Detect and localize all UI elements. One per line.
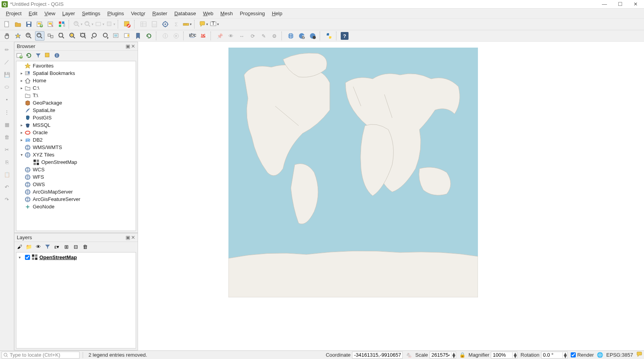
zoom-in-tool-button[interactable]: +	[24, 31, 34, 41]
expand-icon[interactable]: ▸	[19, 86, 24, 90]
collapse-all-icon[interactable]	[44, 52, 51, 59]
expand-icon[interactable]: ▸	[19, 138, 24, 142]
new-print-layout-button[interactable]: +	[35, 20, 44, 29]
browser-item-xyztiles[interactable]: ▾XYZ Tiles	[16, 151, 136, 158]
metasearch-button[interactable]	[286, 31, 295, 41]
expand-icon[interactable]: ▸	[19, 123, 24, 127]
add-point-button[interactable]: •	[2, 95, 12, 104]
rotate-label-button[interactable]: ⟳	[248, 31, 257, 41]
open-attribute-table-button[interactable]	[139, 20, 148, 29]
zoom-out-tool-button[interactable]: −	[35, 31, 44, 41]
layer-style-icon[interactable]: 🖌	[16, 243, 23, 250]
zoom-out-button[interactable]: −▾	[84, 20, 94, 29]
menu-view[interactable]: View	[41, 9, 59, 18]
panel-float-icon[interactable]: ▣	[126, 235, 130, 240]
browser-item-home[interactable]: ▸Home	[16, 77, 136, 84]
layer-expression-icon[interactable]: ε▾	[53, 243, 60, 250]
layer-remove-icon[interactable]: 🗑	[81, 243, 88, 250]
zoom-native-button[interactable]	[46, 31, 55, 41]
layout-manager-button[interactable]	[46, 20, 55, 29]
show-label-button[interactable]: 👁	[226, 31, 235, 41]
menu-help[interactable]: Help	[268, 9, 286, 18]
delete-button[interactable]: 🗑	[2, 132, 12, 142]
move-label-button[interactable]: ↔	[237, 31, 246, 41]
show-bookmarks-button[interactable]	[133, 31, 143, 41]
select-scale-button[interactable]: ▾	[95, 20, 104, 29]
maximize-icon[interactable]: ☐	[618, 1, 623, 7]
toolbox-button[interactable]	[161, 20, 170, 29]
metasearch-options-button[interactable]	[308, 31, 317, 41]
label-button[interactable]: abc	[188, 31, 197, 41]
measure-button[interactable]: ▾	[182, 20, 192, 29]
rotation-input[interactable]: ▲▼	[541, 352, 568, 359]
crs-icon[interactable]: 🌐	[597, 352, 603, 358]
new-map-view-button[interactable]	[111, 31, 121, 41]
menu-settings[interactable]: Settings	[78, 9, 104, 18]
add-layer-icon[interactable]: +	[16, 52, 23, 59]
browser-item-mssql[interactable]: ▸MSSQL	[16, 121, 136, 129]
expand-icon[interactable]: ▸	[19, 130, 24, 135]
identify-button[interactable]: i	[161, 31, 170, 41]
properties-icon[interactable]: i	[53, 52, 60, 59]
action-button[interactable]	[172, 31, 181, 41]
layer-expand-icon[interactable]: ⊞	[63, 243, 70, 250]
edit-line-button[interactable]: ／	[2, 57, 12, 67]
menu-project[interactable]: Project	[2, 9, 25, 18]
layer-add-group-icon[interactable]: 📁	[25, 243, 32, 250]
browser-item-wfs[interactable]: WFS	[16, 173, 136, 181]
save-project-button[interactable]	[24, 20, 34, 29]
scale-input[interactable]: ▲▼	[430, 352, 456, 359]
browser-item-geopackage[interactable]: GeoPackage	[16, 99, 136, 107]
render-checkbox[interactable]: Render	[571, 352, 594, 358]
browser-item-ows[interactable]: OWS	[16, 181, 136, 188]
expand-icon[interactable]: ▸	[19, 71, 24, 75]
text-annotation-button[interactable]: T▾	[210, 20, 219, 29]
magnifier-input[interactable]: ▲▼	[491, 352, 517, 359]
minimize-icon[interactable]: —	[602, 1, 607, 7]
browser-item-openstreetmap[interactable]: OpenStreetMap	[16, 158, 136, 166]
menu-vector[interactable]: Vector	[127, 9, 149, 18]
browser-item-postgis[interactable]: PostGIS	[16, 114, 136, 121]
locator-input[interactable]: Type to locate (Ctrl+K)	[2, 352, 80, 359]
browser-item-c[interactable]: ▸C:\	[16, 84, 136, 92]
browser-item-wcs[interactable]: WCS	[16, 166, 136, 173]
panel-close-icon[interactable]: ✕	[131, 43, 135, 49]
refresh-button[interactable]	[144, 31, 154, 41]
zoom-last-button[interactable]	[90, 31, 99, 41]
field-calculator-button[interactable]	[150, 20, 159, 29]
deselect-all-button[interactable]	[122, 20, 132, 29]
menu-mesh[interactable]: Mesh	[217, 9, 236, 18]
add-feature-button[interactable]: ⬭	[2, 82, 12, 92]
zoom-layer-button[interactable]: 1:1	[79, 31, 88, 41]
filter-browser-icon[interactable]	[35, 52, 42, 59]
paste-button[interactable]: 📋	[2, 170, 12, 179]
pan-button[interactable]	[2, 31, 12, 41]
expand-icon[interactable]: ▾	[19, 153, 24, 157]
browser-item-arcgismapserver[interactable]: ArcGisMapServer	[16, 188, 136, 195]
style-manager-button[interactable]: a	[57, 20, 66, 29]
save-edits-button[interactable]: 💾	[2, 70, 12, 79]
expand-icon[interactable]: ▾	[19, 255, 23, 259]
expand-icon[interactable]: ▸	[19, 78, 24, 83]
browser-item-t[interactable]: T:\	[16, 92, 136, 99]
pan-to-selection-button[interactable]	[13, 31, 23, 41]
menu-raster[interactable]: Raster	[149, 9, 171, 18]
panel-float-icon[interactable]: ▣	[126, 43, 130, 49]
edit-toggle-button[interactable]: ✏	[2, 45, 12, 54]
browser-tree[interactable]: Favorites▸Spatial Bookmarks▸Home▸C:\T:\G…	[16, 61, 136, 231]
vertex-tool-button[interactable]: ⋮	[2, 107, 12, 117]
copy-button[interactable]: ⎘	[2, 157, 12, 167]
undo-button[interactable]: ↶	[2, 182, 12, 192]
layer-row[interactable]: ▾ OpenStreetMap	[17, 253, 135, 261]
pin-label-button[interactable]: 📌	[215, 31, 225, 41]
browser-item-arcgisfeatureserver[interactable]: ArcGisFeatureServer	[16, 195, 136, 203]
new-project-button[interactable]	[2, 20, 12, 29]
menu-processing[interactable]: Processing	[236, 9, 268, 18]
open-project-button[interactable]	[13, 20, 23, 29]
browser-item-oracle[interactable]: ▸Oracle	[16, 129, 136, 136]
statistical-summary-button[interactable]: Σ	[172, 20, 181, 29]
browser-item-geonode[interactable]: GeoNode	[16, 203, 136, 210]
zoom-full-button[interactable]	[57, 31, 66, 41]
map-canvas[interactable]	[138, 42, 644, 350]
coordinate-input[interactable]	[352, 352, 403, 359]
